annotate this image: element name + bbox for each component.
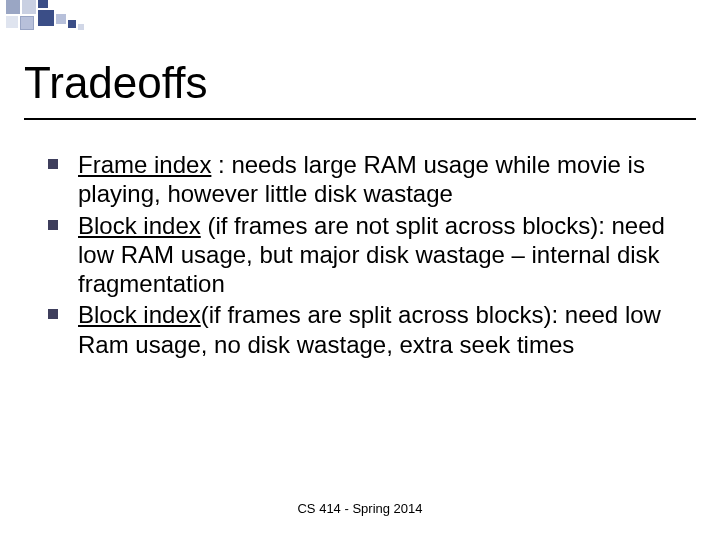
bullet-square-icon — [48, 159, 58, 169]
list-item-text: Frame index : needs large RAM usage whil… — [78, 151, 645, 207]
bullet-list: Frame index : needs large RAM usage whil… — [48, 150, 680, 359]
bullet-square-icon — [48, 220, 58, 230]
list-item-lead: Frame index — [78, 151, 211, 178]
slide-body: Frame index : needs large RAM usage whil… — [48, 150, 680, 361]
list-item-lead: Block index — [78, 301, 201, 328]
list-item: Block index(if frames are split across b… — [48, 300, 680, 359]
bullet-square-icon — [48, 309, 58, 319]
list-item: Block index (if frames are not split acr… — [48, 211, 680, 299]
slide-footer: CS 414 - Spring 2014 — [0, 501, 720, 516]
slide: Tradeoffs Frame index : needs large RAM … — [0, 0, 720, 540]
list-item-text: Block index (if frames are not split acr… — [78, 212, 665, 298]
list-item-lead: Block index — [78, 212, 201, 239]
list-item: Frame index : needs large RAM usage whil… — [48, 150, 680, 209]
title-underline — [24, 118, 696, 120]
corner-decoration — [0, 0, 92, 38]
list-item-text: Block index(if frames are split across b… — [78, 301, 661, 357]
slide-title: Tradeoffs — [24, 58, 207, 108]
